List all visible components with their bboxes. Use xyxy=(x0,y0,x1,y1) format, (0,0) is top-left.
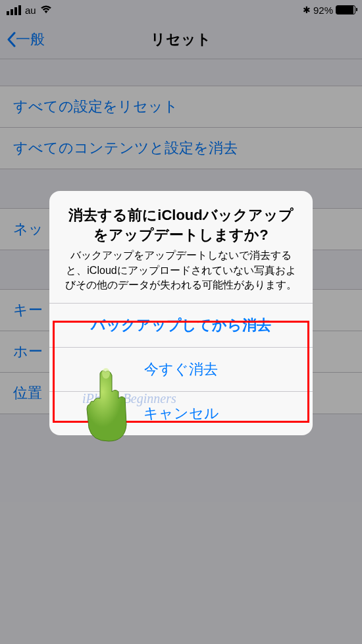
erase-now-button[interactable]: 今すぐ消去 xyxy=(49,347,313,391)
cancel-button[interactable]: キャンセル xyxy=(49,391,313,435)
alert-dialog: 消去する前にiCloudバックアップをアップデートしますか? バックアップをアッ… xyxy=(49,191,313,435)
alert-title: 消去する前にiCloudバックアップをアップデートしますか? xyxy=(61,205,301,244)
alert-message: バックアップをアップデートしないで消去すると、iCloudにアップロードされてい… xyxy=(61,248,301,292)
backup-then-erase-button[interactable]: バックアップしてから消去 xyxy=(49,303,313,347)
